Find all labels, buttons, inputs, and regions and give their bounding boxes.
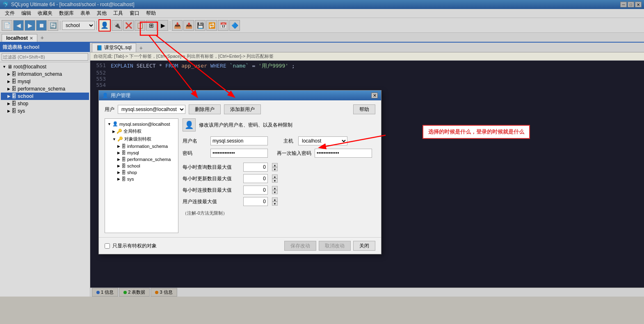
expand-icon: ▼ [112,137,116,141]
expand-icon: ▶ [117,157,120,161]
limit-row-3: 每小时连接数目最大值 ▲ ▼ [183,186,375,195]
limit-row-1: 每小时查询数目最大值 ▲ ▼ [183,163,375,172]
user-icon: 👤 [112,121,118,127]
user-management-modal: 👤 用户管理 ✕ 用户 mysql.session@localhost 删除用户… [98,90,381,254]
modal-title: 用户管理 [111,92,130,99]
expand-icon: ▶ [112,129,115,134]
username-label: 用户名 [183,138,207,145]
db-icon: 🗄 [121,150,126,155]
db-icon: 🗄 [121,144,126,149]
modal-close-button[interactable]: ✕ [371,93,378,98]
limit4-input[interactable] [243,197,268,206]
panel-db-shop[interactable]: ▶ 🗄 shop [107,169,176,176]
cancel-changes-button[interactable]: 取消改动 [319,241,351,251]
panel-user-node[interactable]: ▼ 👤 mysql.session@localhost [107,120,176,127]
modal-title-icon: 👤 [102,93,108,98]
modal-content: ▼ 👤 mysql.session@localhost ▶ 🔑 全局特权 ▼ 🔑… [105,118,375,233]
panel-db-performance-schema[interactable]: ▶ 🗄 performance_schema [107,156,176,163]
limit2-spin-down[interactable]: ▼ [272,179,278,183]
form-username-row: 用户名 主机 localhost [183,136,375,145]
limit-row-2: 每小时更新数目最大值 ▲ ▼ [183,174,375,183]
modal-footer-close-button[interactable]: 关闭 [353,241,375,251]
limit-section: 每小时查询数目最大值 ▲ ▼ 每小时更新数目最大值 ▲ [183,163,375,206]
expand-icon: ▶ [117,177,120,181]
repassword-input[interactable] [315,149,372,158]
panel-db-school[interactable]: ▶ 🗄 school [107,163,176,169]
modal-footer: 只显示有特权的对象 保存改动 取消改动 关闭 [99,237,381,254]
modal-top-bar: 用户 mysql.session@localhost 删除用户 添加新用户 帮助 [105,104,375,114]
priv-icon: 🔑 [116,129,122,134]
save-changes-button[interactable]: 保存改动 [284,241,316,251]
note-text: （注解-0方法无限制） [183,210,375,216]
db-icon: 🗄 [121,177,126,181]
limit3-input[interactable] [243,186,268,195]
limit3-spin-down[interactable]: ▼ [272,190,278,194]
modal-titlebar: 👤 用户管理 ✕ [99,91,381,100]
db-icon: 🗄 [121,170,126,175]
limit3-label: 每小时连接数目最大值 [183,187,240,194]
limit4-spinner: ▲ ▼ [272,197,278,206]
limit3-spinner: ▲ ▼ [272,186,278,194]
modal-description: 👤 修改该用户的用户名、密码、以及各种限制 [183,118,375,131]
limit3-spin-up[interactable]: ▲ [272,186,278,190]
limit1-spin-down[interactable]: ▼ [272,167,278,171]
user-dropdown[interactable]: mysql.session@localhost [118,105,185,114]
priv-icon: 🔑 [117,136,123,142]
expand-icon: ▶ [117,164,120,168]
db-icon: 🗄 [121,163,126,168]
limit1-spinner: ▲ ▼ [272,163,278,171]
expand-icon: ▶ [117,144,120,148]
modal-right-panel: 👤 修改该用户的用户名、密码、以及各种限制 用户名 主机 localhost [183,118,375,233]
expand-icon: ▼ [107,122,111,126]
panel-db-information-schema[interactable]: ▶ 🗄 information_schema [107,143,176,150]
limit1-spin-up[interactable]: ▲ [272,163,278,167]
limit4-spin-up[interactable]: ▲ [272,197,278,202]
user-dropdown-label: 用户 [105,106,114,113]
show-privileged-label: 只显示有特权的对象 [112,242,157,249]
host-select[interactable]: localhost [298,136,347,145]
limit1-input[interactable] [243,163,268,172]
password-label: 密码 [183,150,207,157]
limit2-input[interactable] [243,174,268,183]
limit2-label: 每小时更新数目最大值 [183,175,240,182]
modal-body: 用户 mysql.session@localhost 删除用户 添加新用户 帮助… [99,100,381,237]
expand-icon: ▶ [117,151,120,155]
modal-desc-text: 修改该用户的用户名、密码、以及各种限制 [199,122,292,129]
username-input[interactable] [210,136,268,145]
help-button[interactable]: 帮助 [353,104,375,114]
user-avatar: 👤 [183,118,196,131]
limit2-spinner: ▲ ▼ [272,174,278,183]
form-password-row: 密码 再一次输入密码 [183,149,375,158]
add-user-button[interactable]: 添加新用户 [224,104,261,114]
limit-row-4: 用户连接最大值 ▲ ▼ [183,197,375,206]
footer-left: 只显示有特权的对象 [105,242,282,249]
password-input[interactable] [210,149,268,158]
modal-left-panel: ▼ 👤 mysql.session@localhost ▶ 🔑 全局特权 ▼ 🔑… [105,118,178,233]
limit4-spin-down[interactable]: ▼ [272,202,278,206]
expand-icon: ▶ [117,170,120,174]
limit2-spin-up[interactable]: ▲ [272,174,278,179]
limit4-label: 用户连接最大值 [183,198,240,205]
repassword-label: 再一次输入密码 [277,150,311,157]
db-icon: 🗄 [121,157,126,162]
panel-db-sys[interactable]: ▶ 🗄 sys [107,176,176,182]
panel-global-priv[interactable]: ▶ 🔑 全局特权 [107,127,176,135]
panel-db-mysql[interactable]: ▶ 🗄 mysql [107,150,176,156]
limit1-label: 每小时查询数目最大值 [183,164,240,171]
show-privileged-checkbox[interactable] [105,243,110,249]
host-label: 主机 [283,138,295,145]
delete-user-button[interactable]: 删除用户 [189,104,221,114]
panel-object-priv[interactable]: ▼ 🔑 对象级别特权 [107,135,176,143]
